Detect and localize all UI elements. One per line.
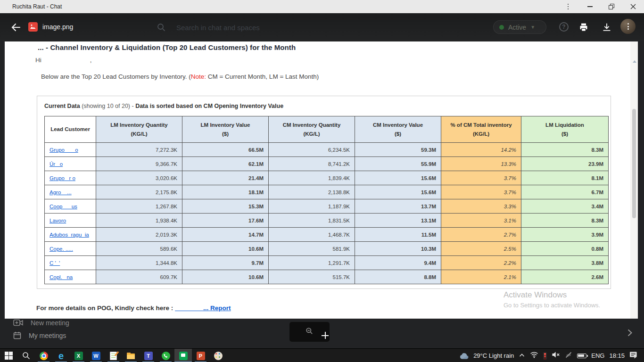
weather-cloud-icon: [459, 352, 470, 360]
cm-value-cell: 8.8M: [355, 270, 441, 284]
maximize-button[interactable]: [601, 0, 622, 13]
table-row: Coop us 1,267.8K 15.3M 1,187.9K 13.7M 3.…: [45, 199, 609, 214]
powerpoint-icon: P: [197, 352, 205, 360]
scroll-up-icon[interactable]: [633, 60, 636, 63]
whatsapp-icon: [162, 352, 170, 360]
taskbar-excel-button[interactable]: X: [70, 349, 87, 362]
download-button[interactable]: [601, 22, 612, 33]
lead-customer-cell: Grupo r o: [45, 171, 96, 185]
back-arrow-icon: [10, 22, 22, 33]
pct-total-cell: 3.1%: [441, 214, 521, 228]
greeting: Hi,: [35, 57, 92, 64]
minimize-button[interactable]: [579, 0, 601, 13]
download-icon: [602, 23, 611, 32]
volume-muted-button[interactable]: [552, 351, 560, 360]
taskbar-chat-button[interactable]: [174, 349, 192, 362]
pct-total-cell: 2.2%: [441, 256, 521, 270]
taskbar-powerpoint-button[interactable]: P: [192, 349, 209, 362]
language-label[interactable]: ENG: [591, 352, 604, 359]
stage: ... - Channel Inventory & Liquidation (T…: [0, 41, 644, 348]
customer-link[interactable]: Cope. .....: [50, 246, 73, 252]
weather-widget[interactable]: 29°C Light rain: [459, 352, 514, 360]
windows-logo-icon: [5, 352, 13, 360]
help-button[interactable]: ?: [559, 22, 569, 32]
pen-disabled-icon[interactable]: [565, 351, 572, 361]
watermark: Activate Windows Go to Settings to activ…: [504, 290, 600, 309]
taskbar-notepad-button[interactable]: [105, 349, 122, 362]
scrollbar[interactable]: [630, 41, 638, 319]
taskbar-paint-button[interactable]: [209, 349, 227, 362]
cm-value-cell: 15.6M: [355, 171, 441, 185]
lm-quantity-cell: 2,175.8K: [96, 185, 182, 199]
taskbar-ie-button[interactable]: e: [52, 349, 70, 362]
table-row: Úr o 9,366.7K 62.1M 8,741.2K 55.9M 13.3%…: [45, 157, 609, 171]
tray-chevron-up-button[interactable]: [519, 352, 525, 360]
avatar-menu[interactable]: [620, 19, 636, 34]
chevron-down-icon: ▼: [530, 25, 535, 30]
customer-link[interactable]: Copl. na: [50, 274, 73, 280]
pog-report-link[interactable]: ... Report: [175, 304, 231, 312]
file-chip: image.png: [28, 22, 73, 32]
table-row: Adubos ragu ia 2,019.3K 14.7M 1,468.7K 1…: [45, 228, 609, 242]
start-button[interactable]: [0, 349, 17, 362]
close-button[interactable]: [622, 0, 644, 13]
table-row: Grupo r o 3,020.6K 21.4M 1,839.4K 15.6M …: [45, 171, 609, 185]
system-tray: 29°C Light rain: [459, 349, 644, 362]
lm-value-cell: 14.7M: [182, 228, 269, 242]
customer-link[interactable]: Agro ...: [50, 189, 72, 195]
customer-link[interactable]: Úr o: [50, 161, 63, 167]
customer-link[interactable]: Grupo o: [50, 147, 78, 153]
lm-quantity-cell: 9,366.7K: [96, 157, 182, 171]
next-chevron-button[interactable]: [627, 329, 633, 338]
customer-link[interactable]: Grupo r o: [50, 175, 75, 181]
customer-link[interactable]: Adubos ragu ia: [50, 232, 89, 238]
taskbar-chrome-button[interactable]: [35, 349, 52, 362]
scrollbar-thumb[interactable]: [632, 109, 636, 218]
cm-quantity-cell: 581.9K: [269, 242, 355, 256]
lm-value-cell: 18.1M: [182, 185, 269, 199]
clock[interactable]: 18:15: [609, 352, 625, 359]
search-input[interactable]: Search in chat and spaces: [157, 21, 355, 34]
calendar-icon: [13, 331, 21, 339]
lm-value-cell: 21.4M: [182, 171, 269, 185]
customer-link[interactable]: Coop us: [50, 204, 77, 209]
taskbar-explorer-button[interactable]: [122, 349, 140, 362]
status-selector[interactable]: Active ▼: [493, 20, 546, 34]
lm-quantity-cell: 1,938.4K: [96, 214, 182, 228]
new-meeting-button[interactable]: New meeting: [13, 319, 69, 327]
taskbar-whatsapp-button[interactable]: [157, 349, 174, 362]
cm-value-cell: 15.6M: [355, 185, 441, 199]
taskbar: e X W T P: [0, 348, 644, 362]
back-button[interactable]: [10, 22, 23, 34]
table-row: Agro ... 2,175.8K 18.1M 2,138.8K 15.6M 3…: [45, 185, 609, 199]
lm-quantity-cell: 2,019.3K: [96, 228, 182, 242]
wifi-button[interactable]: [530, 351, 538, 360]
screen: Ruchita Raut - Chat image.png Search in …: [0, 0, 644, 362]
action-center-button[interactable]: [629, 351, 637, 361]
taskbar-word-button[interactable]: W: [87, 349, 105, 362]
search-icon: [157, 23, 166, 32]
customer-link[interactable]: C ' ': [50, 260, 60, 266]
my-meetings-button[interactable]: My meetings: [13, 331, 66, 339]
cm-quantity-cell: 515.7K: [269, 270, 355, 284]
titlebar-more-button[interactable]: [557, 0, 579, 13]
taskbar-search-button[interactable]: [17, 349, 35, 362]
pct-total-cell: 3.3%: [441, 199, 521, 214]
lm-liquidation-cell: 8.3M: [521, 143, 609, 157]
excel-icon: X: [74, 352, 83, 360]
lead-customer-cell: C ' ': [45, 256, 96, 270]
customer-link[interactable]: Lavoro: [50, 218, 66, 223]
pct-total-cell: 2.1%: [441, 270, 521, 284]
col-header-lm-value: LM Inventory Value($): [182, 116, 269, 143]
cm-quantity-cell: 1,187.9K: [269, 199, 355, 214]
status-red-icon[interactable]: [543, 352, 547, 360]
battery-icon[interactable]: [577, 354, 586, 358]
cm-value-cell: 13.1M: [355, 214, 441, 228]
pct-total-cell: 14.2%: [441, 143, 521, 157]
wifi-icon: [530, 351, 538, 358]
taskbar-teams-button[interactable]: T: [140, 349, 157, 362]
zoom-reset-button[interactable]: [305, 327, 313, 337]
print-button[interactable]: [578, 22, 589, 33]
chevron-up-icon: [519, 353, 525, 358]
video-camera-plus-icon: [13, 319, 23, 327]
